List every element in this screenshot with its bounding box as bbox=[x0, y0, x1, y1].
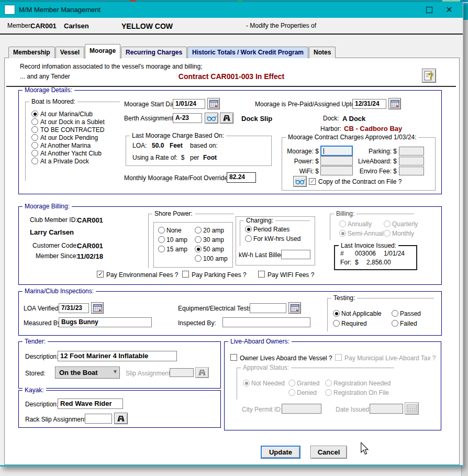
rack-slip-find-button[interactable] bbox=[114, 413, 128, 424]
start-date-calendar-button[interactable] bbox=[207, 98, 220, 109]
berth-input[interactable]: A-23 bbox=[173, 113, 202, 123]
radio-label[interactable]: Quarterly bbox=[392, 220, 418, 228]
loa-verified-calendar-button[interactable] bbox=[91, 302, 104, 314]
radio-label[interactable]: Monthly bbox=[392, 230, 414, 237]
tab-vessel[interactable]: Vessel bbox=[55, 47, 84, 58]
berth-find-button[interactable] bbox=[220, 113, 233, 124]
radio-label[interactable]: At our Marina/Club bbox=[40, 110, 93, 118]
inspected-by-input[interactable] bbox=[222, 317, 310, 327]
tab-recurring-charges[interactable]: Recurring Charges bbox=[121, 47, 187, 58]
tab-membership[interactable]: Membership bbox=[8, 47, 55, 58]
radio-shore-30amp[interactable] bbox=[195, 236, 202, 243]
radio-billing-monthly[interactable] bbox=[384, 230, 391, 237]
date-issued-calendar-button[interactable] bbox=[405, 402, 419, 415]
radio-testing-failed[interactable] bbox=[392, 320, 398, 327]
radio-label[interactable]: Required bbox=[341, 320, 367, 327]
title-bar[interactable]: M/M Member Management bbox=[0, 2, 463, 18]
start-date-input[interactable]: 1/01/24 bbox=[173, 99, 205, 109]
radio-label[interactable]: None bbox=[166, 227, 182, 234]
radio-label[interactable]: Registration On File bbox=[333, 389, 389, 396]
kwh-last-billed-input[interactable] bbox=[281, 250, 310, 259]
radio-billing-annually[interactable] bbox=[339, 220, 346, 227]
close-button[interactable]: ✕ bbox=[440, 2, 459, 18]
berth-view-button[interactable] bbox=[205, 113, 218, 124]
radio-label[interactable]: 30 amp bbox=[203, 236, 224, 243]
owner-lives-aboard-checkbox[interactable] bbox=[230, 354, 237, 361]
tender-stored-dropdown[interactable]: On the Boat ▼ bbox=[55, 367, 120, 379]
radio-private-dock[interactable] bbox=[31, 158, 38, 164]
radio-shore-100amp[interactable] bbox=[195, 255, 202, 262]
radio-label[interactable]: 15 amp bbox=[166, 246, 187, 253]
charge-power-input[interactable] bbox=[320, 156, 353, 165]
prepaid-calendar-button[interactable] bbox=[388, 98, 401, 109]
radio-label[interactable]: At our Dock in a Sublet bbox=[40, 118, 105, 126]
equipment-calendar-button[interactable] bbox=[288, 302, 301, 314]
kayak-description-input[interactable]: Red Wave Rider bbox=[58, 398, 123, 409]
radio-billing-semiannual[interactable] bbox=[339, 230, 346, 237]
pay-environmental-checkbox[interactable] bbox=[97, 271, 104, 278]
charge-moorage-input[interactable] bbox=[320, 146, 353, 156]
prepaid-date-input[interactable]: 12/31/24 bbox=[352, 99, 386, 109]
radio-label[interactable]: For kW-hrs Used bbox=[253, 235, 300, 242]
radio-label[interactable]: At a Private Dock bbox=[40, 158, 89, 165]
radio-label[interactable]: At Another Marina bbox=[40, 142, 91, 149]
radio-label[interactable]: TO BE CONTRACTED bbox=[40, 126, 104, 134]
radio-approval-regonfile[interactable] bbox=[325, 389, 332, 396]
municipal-tax-checkbox[interactable] bbox=[335, 354, 342, 361]
contract-view-button[interactable] bbox=[293, 176, 307, 187]
override-input[interactable]: 82.24 bbox=[227, 172, 256, 183]
tab-historic-totals[interactable]: Historic Totals / Work Credit Program bbox=[187, 47, 308, 58]
radio-approval-denied[interactable] bbox=[288, 389, 295, 396]
radio-label[interactable]: 20 amp bbox=[203, 227, 224, 234]
radio-kwhrs-used[interactable] bbox=[245, 235, 252, 242]
tab-notes[interactable]: Notes bbox=[309, 47, 336, 58]
radio-label[interactable]: Semi-Annual bbox=[348, 230, 384, 237]
radio-label[interactable]: Passed bbox=[400, 310, 421, 317]
radio-shore-15amp[interactable] bbox=[158, 246, 165, 252]
help-button[interactable] bbox=[422, 69, 436, 83]
cancel-button[interactable]: Cancel bbox=[310, 446, 347, 459]
charge-enviro-input[interactable] bbox=[399, 167, 424, 175]
charge-liveaboard-input[interactable] bbox=[399, 157, 424, 165]
radio-label[interactable]: Not Needed bbox=[251, 380, 285, 387]
radio-label[interactable]: 50 amp bbox=[203, 246, 224, 253]
tender-slip-find-button[interactable] bbox=[195, 367, 209, 378]
charge-parking-input[interactable] bbox=[399, 147, 424, 156]
tender-description-input[interactable]: 12 Foot Mariner 4 Inflatable bbox=[58, 351, 177, 361]
radio-label[interactable]: Annually bbox=[348, 220, 372, 228]
loa-verified-input[interactable]: 7/31/23 bbox=[59, 303, 89, 313]
radio-approval-notneeded[interactable] bbox=[243, 380, 250, 386]
tab-moorage[interactable]: Moorage bbox=[85, 44, 120, 59]
equipment-tests-input[interactable] bbox=[250, 303, 286, 313]
date-issued-input[interactable] bbox=[370, 404, 403, 414]
pay-parking-checkbox[interactable] bbox=[182, 271, 189, 278]
radio-shore-none[interactable] bbox=[158, 227, 165, 234]
radio-label[interactable]: Registration Needed bbox=[333, 380, 391, 387]
radio-testing-passed[interactable] bbox=[392, 310, 398, 317]
radio-dock-sublet[interactable] bbox=[31, 118, 38, 125]
city-permit-input[interactable] bbox=[282, 404, 321, 414]
copy-contract-checkbox[interactable] bbox=[309, 178, 316, 185]
radio-label[interactable]: 10 amp bbox=[166, 236, 187, 243]
radio-dock-pending[interactable] bbox=[31, 134, 38, 141]
radio-shore-10amp[interactable] bbox=[158, 236, 165, 243]
radio-label[interactable]: Denied bbox=[297, 389, 317, 396]
tender-slip-input[interactable] bbox=[170, 368, 194, 377]
radio-testing-required[interactable] bbox=[333, 320, 340, 327]
radio-another-marina[interactable] bbox=[31, 142, 38, 149]
radio-label[interactable]: 100 amp bbox=[203, 255, 228, 262]
radio-label[interactable]: Period Rates bbox=[253, 226, 289, 233]
radio-period-rates[interactable] bbox=[245, 226, 252, 233]
radio-approval-granted[interactable] bbox=[288, 380, 295, 386]
radio-label[interactable]: At our Dock Pending bbox=[40, 134, 98, 141]
radio-label[interactable]: Failed bbox=[400, 320, 417, 327]
radio-another-yacht-club[interactable] bbox=[31, 150, 38, 157]
radio-shore-20amp[interactable] bbox=[195, 227, 202, 234]
radio-shore-50amp[interactable] bbox=[195, 246, 202, 252]
radio-label[interactable]: Not Applicable bbox=[341, 310, 382, 317]
charge-wifi-input[interactable] bbox=[320, 166, 353, 175]
radio-billing-quarterly[interactable] bbox=[384, 220, 391, 227]
update-button[interactable]: Update bbox=[261, 446, 300, 459]
maximize-button[interactable] bbox=[420, 2, 439, 18]
radio-approval-regneeded[interactable] bbox=[325, 380, 332, 386]
